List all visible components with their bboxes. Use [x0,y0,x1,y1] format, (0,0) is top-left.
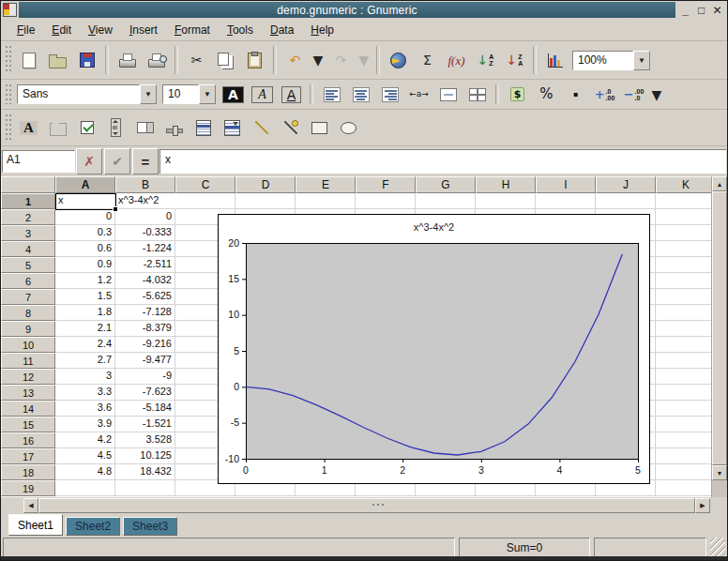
cell-A12[interactable]: 3 [55,369,115,385]
cell-B5[interactable]: -2.511 [115,257,175,273]
create-combobox-button[interactable] [219,114,246,142]
cut-button[interactable]: ✂ [183,47,210,74]
cell-A2[interactable]: 0 [55,209,115,225]
sheet-tab-sheet1[interactable]: Sheet1 [8,514,63,536]
cell-K14[interactable] [656,401,716,417]
increase-decimals-button[interactable]: +.0 .00 [591,81,618,108]
create-label-button[interactable]: A [15,114,42,142]
undo-dropdown[interactable]: ▼ [311,47,326,74]
cell-K6[interactable] [656,273,716,289]
row-header-3[interactable]: 3 [1,225,55,241]
save-button[interactable] [73,47,100,74]
cell-name-box[interactable]: A1 [2,150,75,173]
create-ellipse-button[interactable] [335,114,362,142]
decrease-decimals-button[interactable]: −.00 .0 [620,81,647,108]
new-document-button[interactable] [15,47,42,74]
cell-A8[interactable]: 1.8 [55,305,115,321]
font-size-select-dropdown-icon[interactable]: ▼ [199,84,216,104]
font-name-select-dropdown-icon[interactable]: ▼ [140,84,157,104]
create-line-button[interactable] [248,114,275,142]
cell-B15[interactable]: -1.521 [115,417,175,432]
menu-insert[interactable]: Insert [121,22,166,38]
create-scrollbar-button[interactable] [102,114,129,142]
cell-G1[interactable] [416,193,476,209]
underline-button[interactable]: A [278,81,305,108]
cell-B17[interactable]: 10.125 [115,448,175,464]
equals-button[interactable]: = [132,148,159,174]
row-header-9[interactable]: 9 [1,321,55,337]
cell-B18[interactable]: 18.432 [115,464,175,480]
create-checkbox-button[interactable] [73,114,100,142]
cell-A3[interactable]: 0.3 [55,225,115,241]
row-header-14[interactable]: 14 [1,401,55,417]
vertical-scroll-thumb[interactable] [712,191,727,465]
window-resize-grip[interactable] [710,538,725,557]
merge-cells-button[interactable] [434,81,462,108]
cell-K13[interactable] [656,385,716,401]
cell-B10[interactable]: -9.216 [115,337,175,353]
cell-A9[interactable]: 2.1 [55,321,115,337]
row-header-8[interactable]: 8 [1,305,55,321]
row-header-4[interactable]: 4 [1,241,55,257]
cell-B12[interactable]: -9 [115,369,175,385]
cell-K1[interactable] [656,193,716,209]
insert-chart-button[interactable] [541,47,569,74]
cell-B1[interactable]: x^3-4x^2 [115,193,175,209]
print-preview-button[interactable] [143,47,170,74]
column-header-K[interactable]: K [656,176,716,193]
format-currency-button[interactable]: $ [504,81,531,108]
menu-view[interactable]: View [80,22,121,38]
column-header-G[interactable]: G [416,176,476,193]
cell-E1[interactable] [296,193,356,209]
cell-K4[interactable] [656,241,716,257]
row-header-12[interactable]: 12 [1,369,55,385]
cell-K16[interactable] [656,432,716,448]
cell-B7[interactable]: -5.625 [115,289,175,305]
column-header-D[interactable]: D [235,176,296,193]
cell-J1[interactable] [596,193,656,209]
create-spinbutton-button[interactable] [131,114,159,142]
cell-A17[interactable]: 4.5 [55,448,115,464]
format-percent-button[interactable]: % [533,81,560,108]
print-button[interactable] [114,47,141,74]
cell-B2[interactable]: 0 [115,209,175,225]
cell-K11[interactable] [656,353,716,369]
cell-A19[interactable] [55,480,115,496]
cell-A14[interactable]: 3.6 [55,401,115,417]
scroll-right-button[interactable]: ▶ [695,498,710,513]
row-header-16[interactable]: 16 [1,432,55,448]
align-right-button[interactable] [376,81,403,108]
sort-descending-button[interactable]: ↓Z A [501,47,528,74]
scroll-up-button[interactable]: ▲ [712,176,727,191]
cell-K17[interactable] [656,448,716,464]
column-header-H[interactable]: H [476,176,536,193]
scroll-down-button[interactable]: ▼ [712,465,727,480]
cell-F1[interactable] [356,193,416,209]
create-list-button[interactable] [190,114,217,142]
paste-button[interactable] [241,47,268,74]
toolbar-overflow-dropdown[interactable]: ▼ [649,81,664,108]
menu-help[interactable]: Help [302,22,342,38]
column-header-B[interactable]: B [115,176,175,193]
create-slider-button[interactable] [160,114,188,142]
open-file-button[interactable] [44,47,71,74]
row-header-2[interactable]: 2 [1,209,55,225]
column-header-C[interactable]: C [175,176,235,193]
cell-A16[interactable]: 4.2 [55,432,115,448]
column-header-J[interactable]: J [596,176,656,193]
split-cells-button[interactable] [463,81,491,108]
autosum-button[interactable]: Σ [414,47,441,74]
cell-B14[interactable]: -5.184 [115,401,175,417]
menu-format[interactable]: Format [166,22,219,38]
embedded-chart[interactable]: x^3-4x^2-10-505101520012345 [218,214,650,484]
create-arrow-button[interactable] [277,114,304,142]
toolbar-grip[interactable] [4,44,12,76]
cell-K9[interactable] [656,321,716,337]
minimize-button[interactable]: _ [678,3,692,17]
function-button[interactable]: f(x) [443,47,470,74]
column-header-A[interactable]: A [55,176,115,193]
cell-B6[interactable]: -4.032 [115,273,175,289]
undo-button[interactable]: ↶ [281,47,309,74]
toolbar-grip[interactable] [4,83,12,106]
cell-A5[interactable]: 0.9 [55,257,115,273]
